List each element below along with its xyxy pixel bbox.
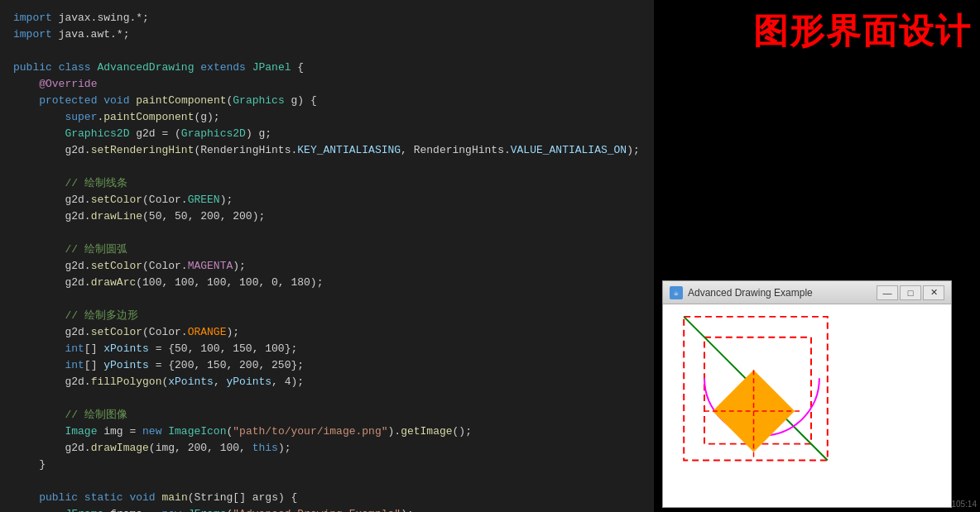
watermark: 105:14 <box>951 500 977 509</box>
swing-canvas <box>663 304 951 507</box>
code-line-27: g2d.drawImage(img, 200, 100, this); <box>13 440 641 457</box>
code-line-11: // 绘制线条 <box>13 175 641 192</box>
code-line-29 <box>13 473 641 490</box>
swing-controls: — □ ✕ <box>877 285 944 300</box>
code-line-7: super.paintComponent(g); <box>13 109 641 126</box>
chinese-title: 图形界面设计 <box>753 8 972 55</box>
code-line-13: g2d.drawLine(50, 50, 200, 200); <box>13 208 641 225</box>
close-button[interactable]: ✕ <box>923 285 944 300</box>
code-line-3 <box>13 43 641 60</box>
code-line-18 <box>13 291 641 308</box>
code-line-9: g2d.setRenderingHint(RenderingHints.KEY_… <box>13 142 641 159</box>
code-line-30: public static void main(String[] args) { <box>13 490 641 506</box>
code-line-23: g2d.fillPolygon(xPoints, yPoints, 4); <box>13 374 641 390</box>
swing-icon: ☕ <box>670 286 683 299</box>
code-line-5: @Override <box>13 76 641 93</box>
code-line-8: Graphics2D g2d = (Graphics2D) g; <box>13 126 641 142</box>
code-line-16: g2d.setColor(Color.MAGENTA); <box>13 258 641 275</box>
code-line-4: public class AdvancedDrawing extends JPa… <box>13 60 641 76</box>
code-line-12: g2d.setColor(Color.GREEN); <box>13 192 641 208</box>
drawing-svg <box>663 304 951 507</box>
code-line-26: Image img = new ImageIcon("path/to/your/… <box>13 423 641 440</box>
code-line-25: // 绘制图像 <box>13 407 641 423</box>
code-line-6: protected void paintComponent(Graphics g… <box>13 93 641 109</box>
swing-window-title: Advanced Drawing Example <box>688 287 877 299</box>
code-line-19: // 绘制多边形 <box>13 308 641 324</box>
swing-window: ☕ Advanced Drawing Example — □ ✕ <box>662 280 952 508</box>
code-line-20: g2d.setColor(Color.ORANGE); <box>13 324 641 341</box>
code-line-14 <box>13 225 641 242</box>
code-line-1: import javax.swing.*; <box>13 10 641 26</box>
code-line-2: import java.awt.*; <box>13 26 641 43</box>
swing-titlebar: ☕ Advanced Drawing Example — □ ✕ <box>663 281 951 304</box>
code-line-24 <box>13 390 641 407</box>
right-panel: 图形界面设计 ☕ Advanced Drawing Example — □ ✕ <box>654 0 980 512</box>
code-line-15: // 绘制圆弧 <box>13 242 641 258</box>
code-line-17: g2d.drawArc(100, 100, 100, 100, 0, 180); <box>13 275 641 291</box>
code-line-22: int[] yPoints = {200, 150, 200, 250}; <box>13 357 641 374</box>
code-editor: import javax.swing.*; import java.awt.*;… <box>0 0 654 512</box>
code-line-21: int[] xPoints = {50, 100, 150, 100}; <box>13 341 641 357</box>
code-line-31: JFrame frame = new JFrame("Advanced Draw… <box>13 506 641 512</box>
minimize-button[interactable]: — <box>877 285 898 300</box>
code-line-28: } <box>13 457 641 473</box>
maximize-button[interactable]: □ <box>900 285 921 300</box>
code-line-10 <box>13 159 641 175</box>
